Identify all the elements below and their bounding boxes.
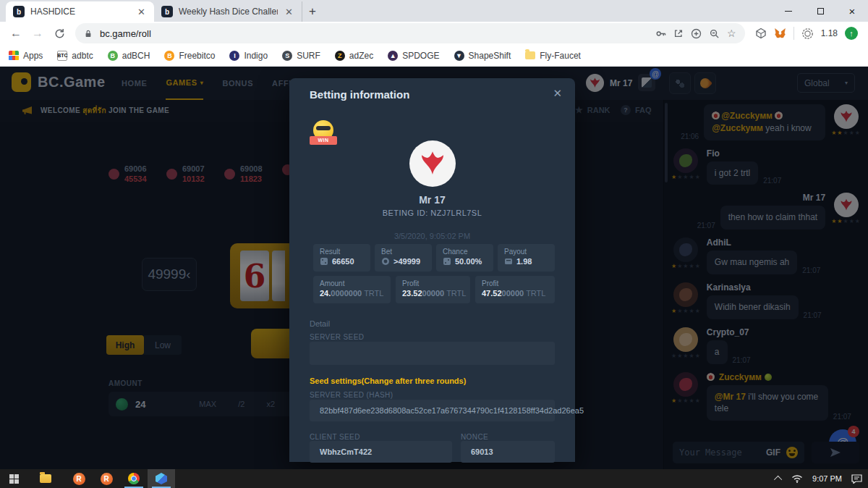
bookmark-adbch[interactable]: BadBCH [108, 51, 150, 61]
server-seed-hash-label: SERVER SEED (HASH) [310, 391, 393, 399]
minimize-button[interactable] [773, 0, 804, 22]
bookmark-flyfaucet[interactable]: Fly-Faucet [525, 51, 581, 61]
url-text[interactable]: bc.game/roll [100, 28, 151, 39]
coin-extension-icon[interactable] [801, 28, 814, 40]
tab-weekly-challenge[interactable]: b Weekly Hash Dice Challenge - Se ✕ [154, 1, 302, 22]
server-seed-hash-field[interactable]: 82bbf487d6ee238d6808ac52ce17a6767344790c… [310, 400, 555, 421]
profit-box: Profit 47.5200000TRTL [475, 276, 555, 303]
close-button[interactable]: × [836, 0, 868, 22]
tab-hashdice[interactable]: b HASHDICE ✕ [6, 1, 154, 22]
action-center-icon[interactable] [851, 474, 862, 484]
server-seed-field[interactable] [310, 342, 555, 365]
betting-information-modal: Betting information ✕ WIN Mr 17 BETING I… [289, 78, 575, 462]
tab-title: HASHDICE [30, 7, 130, 17]
r-app-icon: R [73, 473, 85, 485]
tray-expand-icon[interactable] [774, 476, 782, 484]
restore-button[interactable] [804, 0, 836, 22]
bet-stats-row: Result 66650 Bet >49999 Chance 50.00% Pa… [313, 244, 555, 272]
player-name: Mr 17 [289, 194, 575, 206]
system-tray: 9:07 PM [776, 469, 862, 488]
dice-icon [320, 257, 328, 266]
app-icon [156, 473, 167, 484]
win-badge: WIN [310, 120, 337, 149]
share-icon[interactable] [673, 28, 684, 38]
window-controls: × [773, 0, 868, 22]
key-icon[interactable] [655, 28, 666, 39]
card-icon [504, 257, 513, 266]
tab-title: Weekly Hash Dice Challenge - Se [179, 7, 278, 17]
nonce-field[interactable]: 69013 [461, 441, 555, 463]
bookmark-adbtc[interactable]: BTCadbtc [57, 51, 93, 61]
bookmark-star-icon[interactable]: ☆ [727, 28, 736, 39]
app-r2-button[interactable]: R [93, 469, 120, 488]
screen: b HASHDICE ✕ b Weekly Hash Dice Challeng… [0, 0, 868, 488]
modal-close-icon[interactable]: ✕ [553, 87, 562, 100]
player-avatar [409, 140, 456, 187]
r-app-icon: R [101, 473, 113, 485]
app-r1-button[interactable]: R [65, 469, 93, 488]
bcgame-favicon-icon: b [161, 6, 173, 17]
bookmark-surf[interactable]: SSURF [282, 51, 320, 61]
amount-box: Amount 24.0000000TRTL [313, 276, 391, 303]
reload-icon[interactable] [49, 23, 69, 43]
dice-icon [443, 257, 451, 266]
file-explorer-button[interactable] [32, 469, 59, 488]
forward-icon[interactable]: → [27, 23, 48, 43]
chrome-taskbar-button[interactable] [120, 469, 148, 488]
stat-payout: Payout 1.98 [498, 244, 555, 272]
tab-close-icon[interactable]: ✕ [136, 7, 147, 17]
bookmark-indigo[interactable]: IIndigo [229, 51, 268, 61]
stat-bet: Bet >49999 [375, 244, 432, 272]
profile-up-icon[interactable]: ↑ [845, 27, 858, 40]
detail-label: Detail [310, 319, 330, 328]
address-bar[interactable]: bc.game/roll ☆ [75, 23, 745, 43]
profit-box: Profit 23.5200000TRTL [396, 276, 470, 303]
shapeshift-fox-icon: ▼ [454, 51, 464, 61]
indigo-icon: I [229, 51, 239, 61]
bookmark-freebitco[interactable]: BFreebitco [164, 51, 215, 61]
zec-icon: Z [335, 51, 345, 61]
bet-timestamp: 3/5/2020, 9:05:02 PM [289, 232, 575, 240]
nonce-label: NONCE [461, 433, 488, 441]
bookmark-spdoge[interactable]: ▲SPDOGE [388, 51, 439, 61]
chrome-icon [128, 473, 140, 484]
apps-grid-icon [9, 51, 19, 61]
windows-taskbar: R R 9:07 PM [0, 469, 868, 488]
clock[interactable]: 9:07 PM [812, 474, 842, 483]
spdoge-icon: ▲ [388, 51, 398, 61]
extension-value: 1.18 [821, 28, 838, 38]
lock-icon[interactable] [84, 29, 93, 38]
cube-extension-icon[interactable] [755, 28, 767, 39]
browser-tab-strip: b HASHDICE ✕ b Weekly Hash Dice Challeng… [0, 0, 868, 22]
back-icon[interactable]: ← [6, 23, 26, 43]
client-seed-field[interactable]: WbhzCmT422 [310, 441, 452, 463]
bet-amounts-row: Amount 24.0000000TRTL Profit 23.5200000T… [313, 276, 555, 303]
bcgame-favicon-icon: b [13, 6, 25, 17]
page: BC.Game HOME GAMES▾ BONUS AFFILIATE FORU… [0, 67, 868, 469]
bookmark-shapeshift[interactable]: ▼ShapeShift [454, 51, 511, 61]
freebitco-icon: B [164, 51, 174, 61]
bookmark-adzec[interactable]: ZadZec [335, 51, 373, 61]
wifi-icon[interactable] [791, 474, 803, 483]
new-tab-button[interactable]: + [302, 1, 323, 22]
modal-title: Betting information [310, 88, 409, 101]
active-app-button[interactable] [148, 469, 175, 488]
coin-icon [381, 257, 390, 266]
folder-icon [525, 51, 535, 59]
client-seed-label: CLIENT SEED [310, 433, 360, 441]
server-seed-label: SERVER SEED [310, 333, 364, 341]
tab-close-icon[interactable]: ✕ [284, 7, 294, 17]
betting-id: BETING ID: NZJ7LRL7SL [289, 209, 575, 217]
extensions-area: 1.18 ↑ [751, 27, 862, 40]
browser-toolbar: ← → bc.game/roll ☆ [0, 22, 868, 45]
stat-chance: Chance 50.00% [436, 244, 493, 272]
plus-circle-icon[interactable] [691, 28, 702, 39]
seed-settings-heading: Seed settings(Change after three rounds) [310, 376, 466, 385]
zoom-icon[interactable] [709, 28, 720, 39]
bookmark-apps[interactable]: Apps [9, 51, 43, 61]
start-button[interactable] [0, 469, 27, 488]
btc-icon: BTC [57, 51, 67, 61]
bch-icon: B [108, 51, 118, 61]
metamask-icon[interactable] [774, 28, 786, 39]
windows-logo-icon [9, 474, 19, 484]
